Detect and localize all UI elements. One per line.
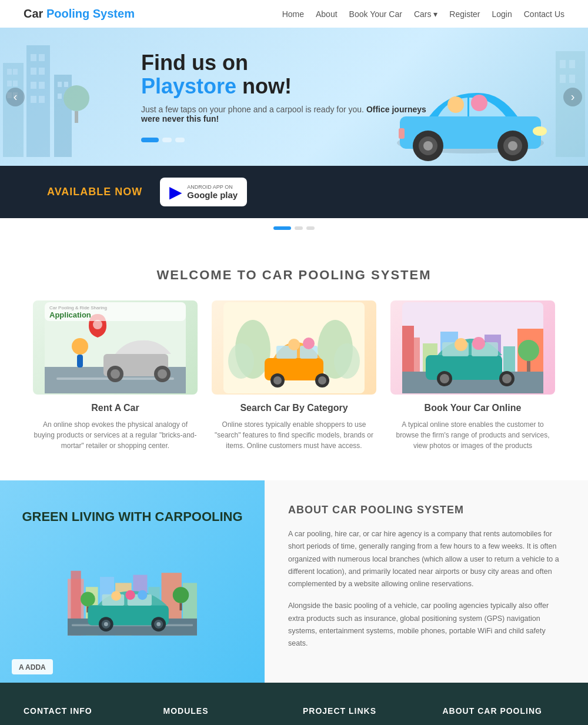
svg-rect-2 <box>13 69 18 75</box>
svg-rect-78 <box>426 355 502 380</box>
svg-point-31 <box>447 96 464 113</box>
book-car-desc: A typical online store enables the custo… <box>390 419 555 451</box>
carousel-dot-3[interactable] <box>175 138 185 142</box>
svg-point-47 <box>158 369 167 379</box>
adda-badge: A ADDA <box>12 659 53 674</box>
svg-point-27 <box>423 141 433 151</box>
about-image-panel: GREEN LIVING WITH CARPOOLING <box>0 480 265 683</box>
divider-dot-2 <box>306 226 315 230</box>
footer-modules-col: MODULES › Booking Module › User Module <box>163 706 286 725</box>
about-heading: ABOUT CAR POOLING SYSTEM <box>288 504 564 516</box>
about-section: GREEN LIVING WITH CARPOOLING <box>0 480 588 683</box>
nav-home[interactable]: Home <box>282 9 304 19</box>
svg-rect-38 <box>560 75 566 83</box>
carpooling-illustration <box>68 536 197 654</box>
carousel-dot-2[interactable] <box>162 138 172 142</box>
welcome-heading: WELCOME TO CAR POOLING SYSTEM <box>24 268 564 283</box>
hero-bottom-bar: AVAILABLE NOW ▶ ANDROID APP ON Google pl… <box>0 166 588 218</box>
rent-car-desc: An online shop evokes the physical analo… <box>33 419 198 451</box>
svg-point-48 <box>72 338 88 355</box>
search-car-card: Search Car By Category Online stores typ… <box>212 300 376 451</box>
footer: CONTACT INFO ⌂ Address: No.XXXXXX street… <box>0 683 588 725</box>
nav-contact[interactable]: Contact Us <box>524 9 564 19</box>
svg-text:Car Pooling & Ride Sharing: Car Pooling & Ride Sharing <box>49 305 107 310</box>
svg-rect-101 <box>179 603 182 610</box>
footer-project-links-col: PROJECT LINKS › Home › About Us › <box>303 706 425 725</box>
svg-point-33 <box>533 126 547 136</box>
svg-point-100 <box>173 587 189 604</box>
carousel-next-button[interactable]: › <box>563 88 582 106</box>
svg-rect-8 <box>31 54 36 61</box>
google-play-button[interactable]: ▶ ANDROID APP ON Google play <box>160 178 247 206</box>
svg-rect-1 <box>7 69 12 75</box>
svg-rect-34 <box>399 128 405 139</box>
svg-point-115 <box>138 590 148 600</box>
nav-book-car[interactable]: Book Your Car <box>349 9 402 19</box>
about-para1: A car pooling, hire car, or car hire age… <box>288 528 564 590</box>
svg-point-86 <box>472 337 485 350</box>
book-car-title: Book Your Car Online <box>390 403 555 413</box>
svg-point-65 <box>318 376 326 385</box>
search-car-title: Search Car By Category <box>212 403 376 413</box>
gplay-big-text: Google play <box>187 190 238 200</box>
svg-rect-7 <box>26 45 50 157</box>
svg-point-67 <box>303 338 315 349</box>
svg-rect-13 <box>39 82 45 89</box>
carousel-prev-button[interactable]: ‹ <box>6 88 25 106</box>
svg-point-113 <box>111 591 121 601</box>
svg-point-45 <box>111 369 120 379</box>
rent-car-title: Rent A Car <box>33 403 198 413</box>
svg-rect-16 <box>54 75 72 157</box>
svg-rect-14 <box>31 96 36 103</box>
rent-car-card: Car Pooling & Ride Sharing Application R… <box>33 300 198 451</box>
divider-dot-1 <box>295 226 303 230</box>
svg-rect-0 <box>3 63 24 157</box>
about-para2: Alongside the basic pooling of a vehicle… <box>288 600 564 650</box>
svg-point-32 <box>471 95 487 111</box>
rent-car-illustration: Car Pooling & Ride Sharing Application <box>45 302 186 393</box>
carousel-dot-1[interactable] <box>141 138 159 142</box>
svg-point-57 <box>228 343 254 379</box>
svg-point-87 <box>518 340 539 361</box>
svg-point-21 <box>64 85 89 111</box>
svg-rect-15 <box>39 96 45 103</box>
brand-logo: Car Pooling System <box>24 7 135 21</box>
svg-rect-49 <box>77 355 83 367</box>
nav-cars[interactable]: Cars ▾ <box>414 9 437 19</box>
footer-main: CONTACT INFO ⌂ Address: No.XXXXXX street… <box>0 683 588 725</box>
rent-car-image: Car Pooling & Ride Sharing Application <box>33 300 198 395</box>
svg-rect-11 <box>39 68 45 75</box>
hero-car-illustration <box>382 46 559 166</box>
footer-about-heading: ABOUT CAR POOLING <box>443 706 565 716</box>
divider-dot-active <box>273 226 291 230</box>
footer-contact-heading: CONTACT INFO <box>24 706 146 716</box>
footer-project-links-heading: PROJECT LINKS <box>303 706 425 716</box>
green-living-heading: GREEN LIVING WITH CARPOOLING <box>22 509 242 524</box>
nav-register[interactable]: Register <box>449 9 480 19</box>
svg-point-63 <box>273 376 282 385</box>
svg-point-50 <box>93 320 102 329</box>
feature-cards: Car Pooling & Ride Sharing Application R… <box>24 300 564 451</box>
svg-rect-19 <box>58 93 62 99</box>
svg-rect-88 <box>527 361 530 372</box>
book-car-image <box>390 300 555 395</box>
available-now-label: AVAILABLE NOW <box>47 186 142 198</box>
svg-rect-37 <box>569 60 575 68</box>
section-divider <box>0 218 588 238</box>
navbar: Car Pooling System Home About Book Your … <box>0 0 588 28</box>
svg-rect-36 <box>560 60 566 68</box>
svg-rect-10 <box>31 68 36 75</box>
search-car-image <box>212 300 376 395</box>
svg-rect-18 <box>64 82 68 87</box>
svg-text:Application: Application <box>49 310 91 319</box>
svg-point-82 <box>440 374 449 383</box>
nav-about[interactable]: About <box>316 9 338 19</box>
svg-point-30 <box>508 141 517 151</box>
svg-point-109 <box>104 622 108 626</box>
google-play-icon: ▶ <box>169 182 182 202</box>
footer-about-col: ABOUT CAR POOLING A car pooling, hire ca… <box>443 706 565 725</box>
svg-rect-9 <box>39 54 45 61</box>
svg-point-114 <box>125 590 135 600</box>
svg-rect-3 <box>7 81 12 86</box>
nav-login[interactable]: Login <box>492 9 512 19</box>
